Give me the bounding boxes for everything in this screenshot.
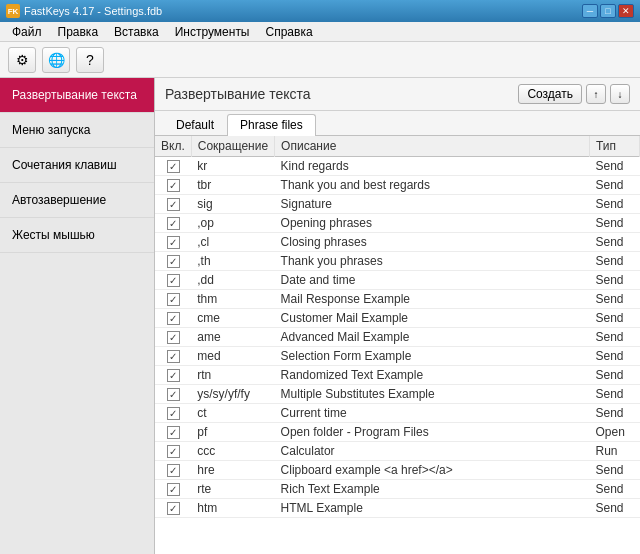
menu-insert[interactable]: Вставка xyxy=(106,23,167,41)
menu-help[interactable]: Справка xyxy=(258,23,321,41)
row-abbr: ,th xyxy=(191,252,274,271)
table-row[interactable]: tbrThank you and best regardsSend xyxy=(155,176,640,195)
sidebar-item-hotkeys[interactable]: Сочетания клавиш xyxy=(0,148,154,183)
row-checkbox[interactable] xyxy=(167,255,180,268)
row-type: Send xyxy=(590,271,640,290)
row-abbr: tbr xyxy=(191,176,274,195)
menu-file[interactable]: Файл xyxy=(4,23,50,41)
row-type: Send xyxy=(590,328,640,347)
move-down-button[interactable]: ↓ xyxy=(610,84,630,104)
table-row[interactable]: ys/sy/yf/fyMultiple Substitutes ExampleS… xyxy=(155,385,640,404)
table-row[interactable]: ctCurrent timeSend xyxy=(155,404,640,423)
title-bar-left: FK FastKeys 4.17 - Settings.fdb xyxy=(6,4,162,18)
col-header-abbr: Сокращение xyxy=(191,136,274,157)
col-header-enabled: Вкл. xyxy=(155,136,191,157)
row-desc: Signature xyxy=(275,195,590,214)
menu-edit[interactable]: Правка xyxy=(50,23,107,41)
table-row[interactable]: ,clClosing phrasesSend xyxy=(155,233,640,252)
row-checkbox[interactable] xyxy=(167,312,180,325)
table-row[interactable]: thmMail Response ExampleSend xyxy=(155,290,640,309)
row-checkbox[interactable] xyxy=(167,464,180,477)
row-abbr: med xyxy=(191,347,274,366)
header-actions: Создать ↑ ↓ xyxy=(518,84,630,104)
table-row[interactable]: ,ddDate and timeSend xyxy=(155,271,640,290)
table-row[interactable]: rteRich Text ExampleSend xyxy=(155,480,640,499)
row-checkbox[interactable] xyxy=(167,407,180,420)
sidebar-item-mouse-gestures[interactable]: Жесты мышью xyxy=(0,218,154,253)
row-checkbox[interactable] xyxy=(167,502,180,515)
table-row[interactable]: hreClipboard example <a href></a>Send xyxy=(155,461,640,480)
row-abbr: cme xyxy=(191,309,274,328)
table-row[interactable]: pfOpen folder - Program FilesOpen xyxy=(155,423,640,442)
row-abbr: ,cl xyxy=(191,233,274,252)
row-checkbox[interactable] xyxy=(167,217,180,230)
close-button[interactable]: ✕ xyxy=(618,4,634,18)
table-row[interactable]: krKind regardsSend xyxy=(155,157,640,176)
minimize-button[interactable]: ─ xyxy=(582,4,598,18)
row-type: Run xyxy=(590,442,640,461)
row-desc: Customer Mail Example xyxy=(275,309,590,328)
row-checkbox[interactable] xyxy=(167,179,180,192)
row-type: Send xyxy=(590,176,640,195)
row-type: Send xyxy=(590,366,640,385)
row-abbr: sig xyxy=(191,195,274,214)
row-checkbox[interactable] xyxy=(167,293,180,306)
table-row[interactable]: htmHTML ExampleSend xyxy=(155,499,640,518)
move-up-button[interactable]: ↑ xyxy=(586,84,606,104)
table-row[interactable]: ,opOpening phrasesSend xyxy=(155,214,640,233)
row-desc: Clipboard example <a href></a> xyxy=(275,461,590,480)
sidebar-item-launch-menu[interactable]: Меню запуска xyxy=(0,113,154,148)
help-button[interactable]: ? xyxy=(76,47,104,73)
row-desc: HTML Example xyxy=(275,499,590,518)
menu-tools[interactable]: Инструменты xyxy=(167,23,258,41)
table-row[interactable]: rtnRandomized Text ExampleSend xyxy=(155,366,640,385)
title-bar-controls[interactable]: ─ □ ✕ xyxy=(582,4,634,18)
create-button[interactable]: Создать xyxy=(518,84,582,104)
row-checkbox[interactable] xyxy=(167,426,180,439)
row-checkbox[interactable] xyxy=(167,445,180,458)
row-checkbox[interactable] xyxy=(167,350,180,363)
row-desc: Mail Response Example xyxy=(275,290,590,309)
table-row[interactable]: cmeCustomer Mail ExampleSend xyxy=(155,309,640,328)
row-checkbox[interactable] xyxy=(167,331,180,344)
row-type: Send xyxy=(590,309,640,328)
row-abbr: rte xyxy=(191,480,274,499)
row-desc: Date and time xyxy=(275,271,590,290)
table-row[interactable]: sigSignatureSend xyxy=(155,195,640,214)
phrases-table: Вкл. Сокращение Описание Тип krKind rega… xyxy=(155,136,640,518)
row-desc: Rich Text Example xyxy=(275,480,590,499)
row-type: Send xyxy=(590,385,640,404)
table-container: Вкл. Сокращение Описание Тип krKind rega… xyxy=(155,136,640,554)
table-row[interactable]: medSelection Form ExampleSend xyxy=(155,347,640,366)
col-header-desc: Описание xyxy=(275,136,590,157)
row-type: Send xyxy=(590,252,640,271)
row-type: Send xyxy=(590,404,640,423)
row-checkbox[interactable] xyxy=(167,369,180,382)
title-bar: FK FastKeys 4.17 - Settings.fdb ─ □ ✕ xyxy=(0,0,640,22)
settings-button[interactable]: ⚙ xyxy=(8,47,36,73)
globe-button[interactable]: 🌐 xyxy=(42,47,70,73)
row-desc: Randomized Text Example xyxy=(275,366,590,385)
table-row[interactable]: ameAdvanced Mail ExampleSend xyxy=(155,328,640,347)
row-type: Send xyxy=(590,157,640,176)
row-checkbox[interactable] xyxy=(167,483,180,496)
row-checkbox[interactable] xyxy=(167,160,180,173)
table-row[interactable]: ,thThank you phrasesSend xyxy=(155,252,640,271)
row-desc: Calculator xyxy=(275,442,590,461)
sidebar-item-autocomplete[interactable]: Автозавершение xyxy=(0,183,154,218)
row-abbr: thm xyxy=(191,290,274,309)
maximize-button[interactable]: □ xyxy=(600,4,616,18)
row-type: Send xyxy=(590,461,640,480)
row-abbr: ame xyxy=(191,328,274,347)
tab-phrase-files[interactable]: Phrase files xyxy=(227,114,316,136)
tab-default[interactable]: Default xyxy=(163,114,227,135)
row-checkbox[interactable] xyxy=(167,388,180,401)
row-checkbox[interactable] xyxy=(167,198,180,211)
row-checkbox[interactable] xyxy=(167,236,180,249)
col-header-type: Тип xyxy=(590,136,640,157)
sidebar: Развертывание текста Меню запуска Сочета… xyxy=(0,78,155,554)
table-row[interactable]: cccCalculatorRun xyxy=(155,442,640,461)
row-desc: Selection Form Example xyxy=(275,347,590,366)
row-checkbox[interactable] xyxy=(167,274,180,287)
sidebar-item-text-expansion[interactable]: Развертывание текста xyxy=(0,78,154,113)
